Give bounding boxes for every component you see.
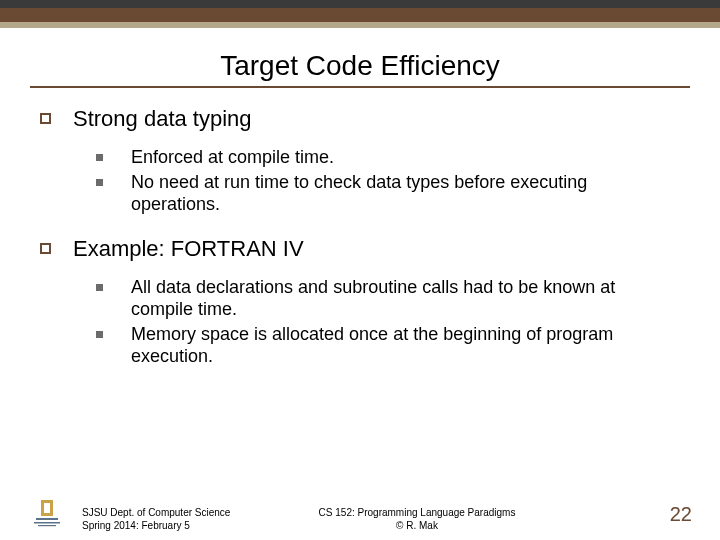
filled-square-icon [96, 331, 103, 338]
page-number: 22 [670, 503, 692, 526]
section1-item: Enforced at compile time. [131, 146, 334, 169]
sjsu-logo-icon [30, 496, 64, 530]
svg-rect-5 [38, 525, 56, 526]
filled-square-icon [96, 179, 103, 186]
bullet-level1: Strong data typing [40, 106, 680, 132]
section1-heading: Strong data typing [73, 106, 252, 132]
footer: SJSU Dept. of Computer Science Spring 20… [0, 490, 720, 532]
footer-left-line2: Spring 2014: February 5 [82, 520, 262, 533]
bullet-level2: Memory space is allocated once at the be… [96, 323, 680, 368]
svg-rect-4 [34, 522, 60, 524]
svg-rect-3 [36, 518, 58, 520]
section2-item: Memory space is allocated once at the be… [131, 323, 651, 368]
top-bar-brown [0, 8, 720, 22]
footer-left-line1: SJSU Dept. of Computer Science [82, 507, 262, 520]
slide-title: Target Code Efficiency [0, 50, 720, 82]
section2-heading: Example: FORTRAN IV [73, 236, 304, 262]
bullet-level2: Enforced at compile time. [96, 146, 680, 169]
svg-rect-2 [44, 503, 50, 513]
bullet-level2: All data declarations and subroutine cal… [96, 276, 680, 321]
bullet-level1: Example: FORTRAN IV [40, 236, 680, 262]
section2-item: All data declarations and subroutine cal… [131, 276, 651, 321]
footer-mid-line2: © R. Mak [302, 520, 532, 533]
bullet-level2: No need at run time to check data types … [96, 171, 680, 216]
top-bar-dark [0, 0, 720, 8]
filled-square-icon [96, 154, 103, 161]
top-bar-tan [0, 22, 720, 28]
slide-content: Strong data typing Enforced at compile t… [0, 88, 720, 368]
hollow-square-icon [40, 113, 51, 124]
top-bar [0, 0, 720, 28]
footer-left: SJSU Dept. of Computer Science Spring 20… [82, 507, 262, 532]
footer-middle: CS 152: Programming Language Paradigms ©… [302, 507, 532, 532]
hollow-square-icon [40, 243, 51, 254]
section1-item: No need at run time to check data types … [131, 171, 651, 216]
footer-mid-line1: CS 152: Programming Language Paradigms [302, 507, 532, 520]
filled-square-icon [96, 284, 103, 291]
